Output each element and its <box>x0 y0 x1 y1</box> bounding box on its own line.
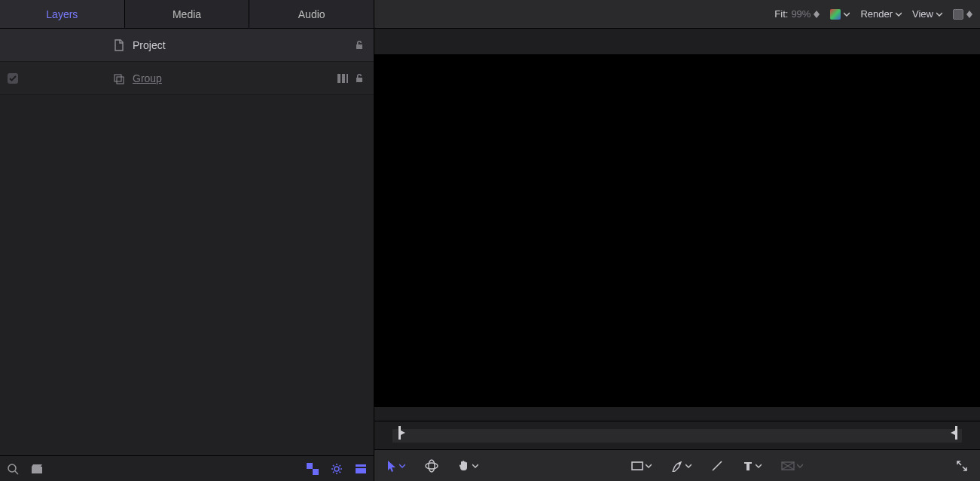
fit-label: Fit: <box>774 8 788 20</box>
out-marker-icon[interactable] <box>950 426 959 440</box>
svg-rect-3 <box>342 74 345 83</box>
layout-swatch-icon <box>953 9 963 20</box>
group-label: Group <box>133 72 162 84</box>
orbit-tool[interactable] <box>425 459 438 473</box>
stepper-icon <box>966 11 972 18</box>
project-label: Project <box>133 39 166 51</box>
svg-rect-2 <box>337 74 340 83</box>
clapper-icon[interactable] <box>30 462 44 476</box>
chevron-down-icon <box>844 11 850 17</box>
left-panel: Layers Media Audio Project <box>0 0 374 481</box>
panel-tabs: Layers Media Audio <box>0 0 374 29</box>
svg-point-13 <box>429 460 435 472</box>
chevron-down-icon <box>896 11 902 17</box>
fit-value: 99% <box>791 8 811 20</box>
stepper-icon <box>814 11 820 18</box>
rectangle-tool[interactable] <box>631 461 652 470</box>
canvas-header: Fit: 99% Render View <box>374 0 980 29</box>
chevron-down-icon <box>685 463 691 469</box>
svg-point-5 <box>8 464 16 472</box>
tab-media[interactable]: Media <box>125 0 250 28</box>
view-menu[interactable]: View <box>912 8 942 20</box>
chevron-down-icon <box>797 463 803 469</box>
svg-rect-4 <box>347 74 348 83</box>
mini-timeline[interactable] <box>374 421 980 449</box>
view-label: View <box>912 8 933 20</box>
expand-icon[interactable] <box>956 460 968 472</box>
fit-control[interactable]: Fit: 99% <box>774 8 820 20</box>
chevron-down-icon <box>472 463 478 469</box>
lock-icon[interactable] <box>354 40 365 51</box>
tab-audio[interactable]: Audio <box>249 0 374 28</box>
svg-rect-1 <box>117 77 124 84</box>
color-channels-menu[interactable] <box>830 9 850 20</box>
lock-icon[interactable] <box>354 73 365 84</box>
svg-point-9 <box>334 467 339 471</box>
stack-icon[interactable] <box>337 74 350 83</box>
in-marker-icon[interactable] <box>397 426 406 440</box>
chevron-down-icon <box>646 463 652 469</box>
gear-icon[interactable] <box>330 462 343 476</box>
svg-rect-11 <box>356 468 366 473</box>
group-icon <box>113 72 125 84</box>
layout-menu[interactable] <box>953 9 972 20</box>
canvas[interactable] <box>374 54 980 407</box>
canvas-toolbar <box>374 449 980 481</box>
stack-icon[interactable] <box>354 462 368 476</box>
svg-rect-0 <box>114 75 121 81</box>
svg-rect-10 <box>356 464 366 467</box>
row-project[interactable]: Project <box>0 29 374 62</box>
svg-rect-6 <box>32 467 42 473</box>
mask-tool[interactable] <box>781 461 803 470</box>
right-panel: Fit: 99% Render View <box>374 0 980 481</box>
search-icon[interactable] <box>6 462 20 476</box>
chevron-down-icon <box>756 463 762 469</box>
left-footer <box>0 455 374 481</box>
timeline-track[interactable] <box>392 429 962 443</box>
layer-list: Project Group <box>0 29 374 455</box>
svg-rect-14 <box>632 462 643 470</box>
svg-rect-7 <box>307 463 313 469</box>
text-tool[interactable] <box>743 461 762 471</box>
svg-point-15 <box>679 462 681 464</box>
canvas-area[interactable] <box>374 29 980 421</box>
chevron-down-icon <box>399 463 405 469</box>
render-menu[interactable]: Render <box>860 8 902 20</box>
file-icon <box>113 39 125 51</box>
checker-icon[interactable] <box>306 462 319 476</box>
chevron-down-icon <box>936 11 942 17</box>
pan-tool[interactable] <box>458 460 478 472</box>
select-tool[interactable] <box>386 460 405 472</box>
rgb-swatch-icon <box>830 9 841 20</box>
tab-layers[interactable]: Layers <box>0 0 125 28</box>
brush-tool[interactable] <box>711 460 723 472</box>
render-label: Render <box>860 8 893 20</box>
svg-point-12 <box>426 463 438 469</box>
visibility-checkbox[interactable] <box>8 73 18 84</box>
row-group[interactable]: Group <box>0 62 374 95</box>
svg-rect-8 <box>313 469 319 475</box>
pen-tool[interactable] <box>671 460 691 472</box>
